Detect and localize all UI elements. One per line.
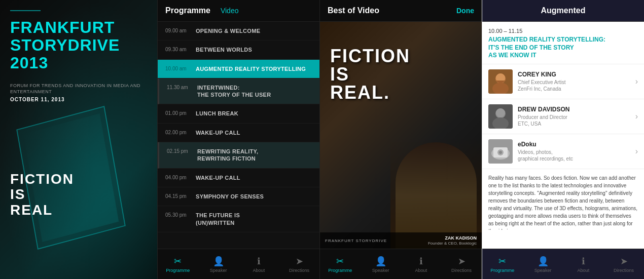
video-footer-tab-about[interactable]: ℹ About bbox=[401, 249, 442, 279]
svg-point-7 bbox=[496, 108, 505, 117]
aug-footer-tab-programme[interactable]: ✂ Programme bbox=[482, 249, 523, 279]
speaker-1-avatar bbox=[488, 69, 513, 94]
programme-time-6: 02.00 pm bbox=[165, 129, 196, 135]
video-caption-right: ZAK KADISON Founder & CEO, Booklogic bbox=[428, 235, 477, 246]
programme-item-10[interactable]: 05.30 pm THE FUTURE IS(UN)WRITTEN bbox=[158, 206, 319, 232]
programme-item-1[interactable]: 09.00 am OPENING & WELCOME bbox=[158, 22, 319, 41]
video-speaker-icon: 👤 bbox=[375, 256, 386, 267]
video-footer-tab-speaker[interactable]: 👤 Speaker bbox=[361, 249, 401, 279]
augmented-footer: ✂ Programme 👤 Speaker ℹ About ➤ Directio… bbox=[482, 249, 644, 279]
programme-title-1: OPENING & WELCOME bbox=[196, 27, 260, 34]
aug-footer-tab-speaker[interactable]: 👤 Speaker bbox=[523, 249, 563, 279]
programme-time-2: 09.30 am bbox=[165, 46, 196, 52]
programme-item-3[interactable]: 10.00 am AUGMENTED REALITY STORYTELLING bbox=[158, 60, 319, 78]
about-icon: ℹ bbox=[257, 256, 261, 267]
video-panel: Best of Video Done FICTIONISREAL. FRANKF… bbox=[319, 0, 482, 279]
programme-title-2: BETWEEN WORLDS bbox=[196, 46, 252, 53]
programme-item-8[interactable]: 04.00 pm WAKE-UP CALL bbox=[158, 169, 319, 187]
aug-footer-label-about: About bbox=[578, 268, 590, 273]
programme-title-6: WAKE-UP CALL bbox=[196, 129, 240, 136]
speaker-3-avatar bbox=[488, 139, 513, 164]
programme-time-10: 05.30 pm bbox=[165, 212, 196, 218]
programme-video-tab[interactable]: Video bbox=[221, 7, 239, 15]
programme-header-title: Programme bbox=[165, 6, 210, 15]
video-caption-role: Founder & CEO, Booklogic bbox=[428, 241, 477, 246]
speaker-1-chevron-icon: › bbox=[635, 77, 638, 86]
aug-speaker-icon: 👤 bbox=[538, 256, 549, 267]
programme-title-5: LUNCH BREAK bbox=[196, 110, 238, 117]
programme-list: 09.00 am OPENING & WELCOME 09.30 am BETW… bbox=[158, 22, 319, 249]
hero-fiction: FICTIONISREAL bbox=[10, 172, 74, 218]
speaker-icon: 👤 bbox=[213, 256, 224, 267]
video-person bbox=[390, 137, 482, 249]
augmented-speaker-3[interactable]: eDoku Videos, photos,graphical recording… bbox=[482, 134, 644, 169]
programme-item-5[interactable]: 01.00 pm LUNCH BREAK bbox=[158, 104, 319, 123]
speaker-3-name: eDoku bbox=[518, 141, 635, 148]
programme-header: Programme Video bbox=[158, 0, 319, 22]
hero-date: OCTOBER 11, 2013 bbox=[10, 97, 147, 102]
video-footer-label-directions: Directions bbox=[451, 268, 472, 273]
programme-title-7: REWRITING REALITY,REWRITING FICTION bbox=[197, 148, 258, 163]
aug-footer-tab-directions[interactable]: ➤ Directions bbox=[603, 249, 644, 279]
programme-title-8: WAKE-UP CALL bbox=[196, 174, 240, 181]
programme-title-3: AUGMENTED REALITY STORYTELLING bbox=[196, 65, 306, 72]
augmented-content: 10.00 – 11.15 AUGMENTED REALITY STORYTEL… bbox=[482, 22, 644, 249]
aug-footer-label-programme: Programme bbox=[490, 268, 514, 273]
footer-label-programme: Programme bbox=[166, 268, 190, 273]
footer-tab-programme[interactable]: ✂ Programme bbox=[158, 249, 198, 279]
programme-item-7[interactable]: 02.15 pm REWRITING REALITY,REWRITING FIC… bbox=[158, 142, 319, 169]
footer-label-about: About bbox=[253, 268, 265, 273]
programme-time-1: 09.00 am bbox=[165, 27, 196, 33]
programme-time-4: 11.30 am bbox=[167, 84, 197, 90]
programme-time-8: 04.00 pm bbox=[165, 174, 196, 180]
footer-tab-about[interactable]: ℹ About bbox=[239, 249, 279, 279]
speaker-3-role: Videos, photos,graphical recordings, etc bbox=[518, 149, 635, 162]
augmented-speaker-2[interactable]: DREW DAVIDSON Producer and DirectorETC, … bbox=[482, 99, 644, 134]
hero-panel: FRANKFURTSTORYDRIVE2013 FORUM FOR TRENDS… bbox=[0, 0, 157, 279]
aug-directions-icon: ➤ bbox=[620, 256, 628, 267]
augmented-header: Augmented bbox=[482, 0, 644, 22]
speaker-1-info: COREY KING Chief Executive ArtistZenFri … bbox=[518, 71, 635, 92]
video-header-title: Best of Video bbox=[328, 6, 379, 15]
speaker-2-avatar bbox=[488, 104, 513, 129]
hero-content: FRANKFURTSTORYDRIVE2013 FORUM FOR TRENDS… bbox=[0, 0, 157, 112]
aug-programme-icon: ✂ bbox=[498, 256, 506, 267]
programme-title-10: THE FUTURE IS(UN)WRITTEN bbox=[196, 212, 240, 226]
speaker-3-info: eDoku Videos, photos,graphical recording… bbox=[518, 141, 635, 162]
augmented-time-section: 10.00 – 11.15 AUGMENTED REALITY STORYTEL… bbox=[482, 22, 644, 64]
augmented-header-title: Augmented bbox=[490, 6, 636, 15]
hero-subtitle: FORUM FOR TRENDS AND INNOVATION IN MEDIA… bbox=[10, 83, 147, 95]
video-programme-icon: ✂ bbox=[336, 256, 344, 267]
programme-time-5: 01.00 pm bbox=[165, 110, 196, 116]
footer-label-directions: Directions bbox=[289, 268, 309, 273]
video-about-icon: ℹ bbox=[419, 256, 423, 267]
programme-item-6[interactable]: 02.00 pm WAKE-UP CALL bbox=[158, 124, 319, 142]
speaker-2-info: DREW DAVIDSON Producer and DirectorETC, … bbox=[518, 106, 635, 127]
video-content[interactable]: FICTIONISREAL. FRANKFURT STORYDRIVE ZAK … bbox=[320, 22, 482, 249]
programme-title-4: INTERTWINED:THE STORY OF THE USER bbox=[197, 84, 271, 99]
aug-footer-label-directions: Directions bbox=[614, 268, 634, 273]
footer-tab-directions[interactable]: ➤ Directions bbox=[279, 249, 319, 279]
augmented-speaker-1[interactable]: COREY KING Chief Executive ArtistZenFri … bbox=[482, 64, 644, 99]
hero-title: FRANKFURTSTORYDRIVE2013 bbox=[10, 19, 147, 72]
video-caption: FRANKFURT STORYDRIVE ZAK KADISON Founder… bbox=[320, 232, 482, 249]
video-footer-tab-directions[interactable]: ➤ Directions bbox=[441, 249, 482, 279]
programme-time-3: 10.00 am bbox=[165, 65, 196, 71]
hero-fiction-text: FICTIONISREAL bbox=[10, 172, 74, 218]
augmented-time: 10.00 – 11.15 bbox=[488, 28, 638, 34]
video-footer-tab-programme[interactable]: ✂ Programme bbox=[320, 249, 361, 279]
video-caption-name: ZAK KADISON bbox=[445, 235, 477, 241]
programme-footer: ✂ Programme 👤 Speaker ℹ About ➤ Directio… bbox=[158, 249, 319, 279]
footer-tab-speaker[interactable]: 👤 Speaker bbox=[198, 249, 239, 279]
aug-footer-tab-about[interactable]: ℹ About bbox=[563, 249, 604, 279]
speaker-1-role: Chief Executive ArtistZenFri Inc, Canada bbox=[518, 79, 635, 92]
programme-item-2[interactable]: 09.30 am BETWEEN WORLDS bbox=[158, 41, 319, 59]
augmented-description: Reality has many faces. So does fiction.… bbox=[482, 169, 644, 230]
programme-item-9[interactable]: 04.15 pm SYMPHONY OF SENSES bbox=[158, 187, 319, 206]
footer-label-speaker: Speaker bbox=[210, 268, 227, 273]
video-caption-left: FRANKFURT STORYDRIVE bbox=[325, 238, 387, 243]
programme-item-4[interactable]: 11.30 am INTERTWINED:THE STORY OF THE US… bbox=[158, 78, 319, 105]
video-done-button[interactable]: Done bbox=[456, 7, 474, 15]
aug-about-icon: ℹ bbox=[582, 256, 585, 267]
video-text-overlay: FICTIONISREAL. bbox=[330, 47, 410, 102]
